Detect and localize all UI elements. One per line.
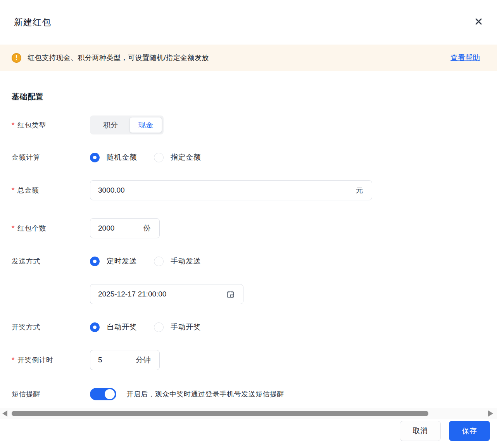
countdown-label: 开奖倒计时 [17,355,53,365]
toggle-knob [105,389,115,399]
radio-fixed-amount-label: 指定金额 [171,152,201,162]
packet-type-option-cash[interactable]: 现金 [129,117,162,133]
view-help-link[interactable]: 查看帮助 [450,53,480,63]
row-draw-mode: 开奖方式 自动开奖 手动开奖 [12,322,485,332]
row-countdown: * 开奖倒计时 分钟 [12,350,485,370]
horizontal-scrollbar [0,408,497,419]
row-total-amount: * 总金额 元 [12,180,485,200]
dialog-body: 基础配置 * 红包类型 积分 现金 金额计算 随机金额 指定金额 [0,91,497,400]
calendar-icon[interactable] [226,290,235,298]
row-amount-calc: 金额计算 随机金额 指定金额 [12,152,485,162]
basic-config-form: * 红包类型 积分 现金 金额计算 随机金额 指定金额 [12,115,485,400]
radio-manual-send-label: 手动发送 [171,256,201,266]
total-amount-label: 总金额 [17,186,39,195]
radio-scheduled-send[interactable]: 定时发送 [90,256,137,266]
row-packet-count: * 红包个数 份 [12,218,485,238]
radio-checked-icon [90,257,100,266]
row-send-mode: 发送方式 定时发送 手动发送 [12,256,485,266]
radio-checked-icon [90,322,100,332]
packet-count-unit: 份 [143,223,151,233]
radio-manual-draw-label: 手动开奖 [171,322,201,332]
countdown-input[interactable] [98,356,132,364]
radio-fixed-amount[interactable]: 指定金额 [154,152,201,162]
total-amount-field-wrap: 元 [90,180,372,200]
packet-count-label: 红包个数 [17,224,46,233]
send-mode-label-wrap: 发送方式 [12,257,90,266]
packet-type-segmented-control: 积分 现金 [90,115,164,134]
countdown-field-wrap: 分钟 [90,350,160,370]
warning-icon: ! [12,53,21,63]
total-amount-label-wrap: * 总金额 [12,186,90,195]
row-send-time [12,284,485,304]
packet-count-input[interactable] [98,224,140,233]
banner-text: 红包支持现金、积分两种类型，可设置随机/指定金额发放 [28,53,209,62]
packet-count-label-wrap: * 红包个数 [12,224,90,233]
radio-random-amount[interactable]: 随机金额 [90,152,137,162]
sms-notify-label: 短信提醒 [12,389,40,399]
scroll-left-arrow-icon[interactable] [2,410,7,417]
radio-unchecked-icon [154,153,164,162]
amount-calc-label-wrap: 金额计算 [12,153,90,162]
send-time-input[interactable] [98,290,223,298]
scroll-right-arrow-icon[interactable] [488,410,493,417]
close-icon [475,18,482,27]
dialog-header: 新建红包 [0,0,497,45]
packet-type-label: 红包类型 [17,121,46,130]
dialog-title: 新建红包 [14,16,51,28]
sms-notify-toggle[interactable] [90,388,116,400]
total-amount-input[interactable] [98,186,352,195]
section-title-basic-config: 基础配置 [12,91,485,102]
amount-calc-label: 金额计算 [12,153,40,162]
radio-manual-send[interactable]: 手动发送 [154,256,201,266]
close-button[interactable] [475,18,482,27]
radio-auto-draw-label: 自动开奖 [107,322,137,332]
required-mark: * [12,356,15,364]
radio-unchecked-icon [154,322,164,332]
sms-notify-label-wrap: 短信提醒 [12,389,90,399]
draw-mode-label: 开奖方式 [12,322,40,332]
countdown-unit: 分钟 [136,355,151,365]
packet-type-option-points[interactable]: 积分 [91,117,129,133]
radio-manual-draw[interactable]: 手动开奖 [154,322,201,332]
draw-mode-label-wrap: 开奖方式 [12,322,90,332]
row-sms-notify: 短信提醒 开启后，观众中奖时通过登录手机号发送短信提醒 [12,388,485,400]
total-amount-unit: 元 [356,185,364,195]
info-banner: ! 红包支持现金、积分两种类型，可设置随机/指定金额发放 查看帮助 [0,45,497,71]
sms-notify-hint: 开启后，观众中奖时通过登录手机号发送短信提醒 [126,389,284,399]
scrollbar-thumb[interactable] [12,411,428,416]
radio-scheduled-send-label: 定时发送 [107,256,137,266]
radio-auto-draw[interactable]: 自动开奖 [90,322,137,332]
radio-random-amount-label: 随机金额 [107,152,137,162]
row-packet-type: * 红包类型 积分 现金 [12,115,485,134]
save-button[interactable]: 保存 [449,421,490,441]
required-mark: * [12,121,15,129]
send-mode-label: 发送方式 [12,257,40,266]
cancel-button[interactable]: 取消 [400,421,441,441]
radio-unchecked-icon [154,257,164,266]
radio-checked-icon [90,153,100,162]
packet-count-field-wrap: 份 [90,218,160,238]
countdown-label-wrap: * 开奖倒计时 [12,355,90,365]
required-mark: * [12,186,15,195]
required-mark: * [12,224,15,233]
packet-type-label-wrap: * 红包类型 [12,121,90,130]
send-time-picker[interactable] [90,284,243,304]
